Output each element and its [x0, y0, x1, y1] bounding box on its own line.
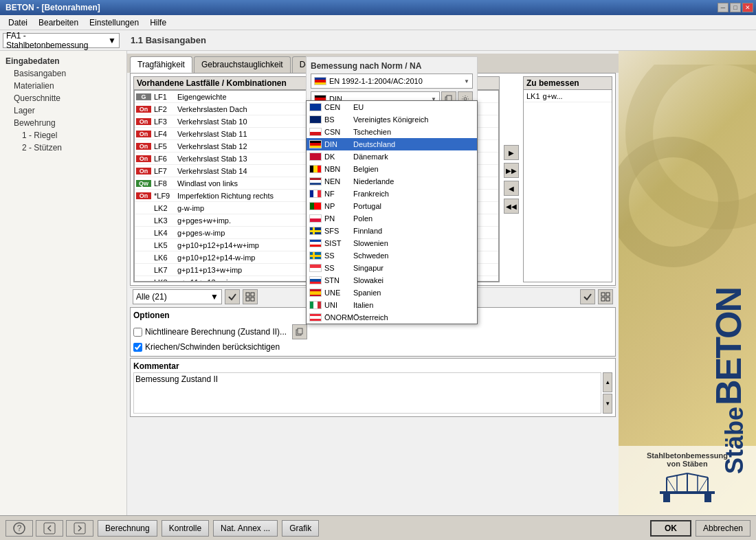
dropdown-item-np[interactable]: NP Portugal	[307, 200, 477, 212]
maximize-button[interactable]: □	[730, 3, 741, 12]
toolbar: FA1 - Stahlbetonbemessung ▼ 1.1 Basisang…	[0, 30, 756, 51]
dropdown-item-une[interactable]: UNE Spanien	[307, 286, 477, 299]
svg-rect-9	[601, 297, 605, 301]
row-name: LK5	[153, 241, 177, 249]
fa-selector[interactable]: FA1 - Stahlbetonbemessung ▼	[3, 33, 120, 48]
minimize-button[interactable]: ─	[718, 3, 729, 12]
sidebar-item-materialien[interactable]: Materialien	[0, 80, 126, 92]
dd-code-csn: CSN	[324, 128, 351, 136]
dd-code-uni: UNI	[324, 301, 351, 309]
menu-datei[interactable]: Datei	[3, 15, 33, 30]
flag-sk	[309, 276, 322, 284]
svg-rect-29	[44, 523, 55, 534]
badge: On	[136, 192, 151, 199]
dropdown-item-ss-sg[interactable]: SS Singapur	[307, 262, 477, 274]
dropdown-item-bs[interactable]: BS Vereinigtes Königreich	[307, 113, 477, 126]
sidebar-item-basisangaben[interactable]: Basisangaben	[0, 67, 126, 80]
dropdown-item-csn[interactable]: CSN Tschechien	[307, 126, 477, 138]
flag-cz	[309, 128, 322, 136]
ok-button[interactable]: OK	[650, 520, 691, 537]
dropdown-item-ss-se[interactable]: SS Schweden	[307, 249, 477, 262]
comment-textarea[interactable]	[133, 372, 601, 414]
creep-checkbox[interactable]	[133, 343, 142, 352]
grid-button[interactable]	[243, 289, 258, 304]
norm-combo[interactable]: EN 1992-1-1:2004/AC:2010 ▼	[311, 74, 473, 89]
dropdown-item-pn[interactable]: PN Polen	[307, 212, 477, 225]
fa-selector-arrow: ▼	[108, 36, 116, 45]
row-name: LF1	[153, 93, 177, 101]
row-name: LF2	[153, 105, 177, 113]
checkbox-row-1: Nichtlineare Berechnung (Zustand II)...	[133, 323, 612, 341]
nonlinear-label: Nichtlineare Berechnung (Zustand II)...	[145, 327, 287, 337]
sidebar-item-querschnitte[interactable]: Querschnitte	[0, 92, 126, 104]
dropdown-item-dk[interactable]: DK Dänemark	[307, 150, 477, 163]
dropdown-item-nf[interactable]: NF Frankreich	[307, 188, 477, 200]
sidebar-item-riegel[interactable]: 1 - Riegel	[0, 129, 126, 142]
dd-code-pn: PN	[324, 214, 351, 223]
arrow-right-button[interactable]: ▶	[504, 145, 519, 160]
section-title: 1.1 Basisangaben	[122, 35, 214, 45]
nat-annex-button[interactable]: Nat. Annex ...	[213, 520, 278, 537]
menu-einstellungen[interactable]: Einstellungen	[84, 15, 144, 30]
back-button[interactable]	[36, 520, 63, 537]
flag-eu	[309, 103, 322, 111]
stabe-text: Stäbe	[720, 407, 749, 474]
right-grid-button[interactable]	[598, 289, 613, 304]
sidebar-item-stutzen[interactable]: 2 - Stützen	[0, 142, 126, 154]
forward-button[interactable]	[66, 520, 93, 537]
nonlinear-settings-btn[interactable]	[292, 324, 307, 339]
checkmark-button[interactable]	[225, 289, 240, 304]
berechnung-button[interactable]: Berechnung	[98, 520, 157, 537]
bottom-combo-label: Alle (21)	[136, 292, 167, 302]
svg-rect-3	[246, 293, 249, 296]
right-table-row-lk1: LK1 g+w...	[524, 90, 612, 102]
norm-dropdown-list: CEN EU BS Vereinigtes Königreich CSN Tsc…	[306, 100, 478, 324]
dropdown-item-cen[interactable]: CEN EU	[307, 101, 477, 113]
badge: G	[136, 93, 151, 100]
svg-rect-30	[74, 523, 85, 534]
dropdown-item-din[interactable]: DIN Deutschland	[307, 138, 477, 150]
svg-text:?: ?	[17, 524, 22, 533]
bottom-combo[interactable]: Alle (21) ▼	[133, 289, 222, 304]
tab-gebrauchstauglichkeit[interactable]: Gebrauchstauglichkeit	[194, 56, 291, 73]
comment-scroll-down[interactable]: ▼	[603, 394, 612, 414]
right-checkmark-button[interactable]	[580, 289, 595, 304]
comment-section: Kommentar ▲ ▼	[130, 358, 616, 417]
dd-name-csn: Tschechien	[353, 128, 474, 136]
table-header-right: Zu bemessen	[524, 77, 612, 90]
abbrechen-button[interactable]: Abbrechen	[696, 520, 751, 537]
checkbox-row-2: Kriechen/Schwinden berücksichtigen	[133, 341, 612, 353]
dd-code-din: DIN	[324, 140, 351, 148]
nonlinear-checkbox[interactable]	[133, 328, 142, 337]
right-table: Zu bemessen LK1 g+w...	[523, 76, 612, 282]
flag-it	[309, 301, 322, 309]
tab-tragfahigkeit[interactable]: Tragfähigkeit	[130, 56, 192, 73]
help-icon-button[interactable]: ?	[5, 520, 33, 537]
close-button[interactable]: ✕	[742, 3, 753, 12]
dd-code-stn: STN	[324, 276, 351, 284]
dd-name-nf: Frankreich	[353, 190, 474, 198]
badge: On	[136, 106, 151, 113]
dropdown-item-nbn[interactable]: NBN Belgien	[307, 163, 477, 175]
dropdown-item-sfs[interactable]: SFS Finnland	[307, 225, 477, 237]
comment-scroll-up[interactable]: ▲	[603, 372, 612, 392]
arrow-left-all-button[interactable]: ◀◀	[504, 199, 519, 214]
menu-bearbeiten[interactable]: Bearbeiten	[33, 15, 84, 30]
grafik-button[interactable]: Grafik	[282, 520, 319, 537]
dropdown-item-uni[interactable]: UNI Italien	[307, 299, 477, 311]
dd-name-bs: Vereinigtes Königreich	[353, 115, 474, 124]
sidebar-item-bewehrung[interactable]: Bewehrung	[0, 117, 126, 129]
arrow-right-all-button[interactable]: ▶▶	[504, 163, 519, 178]
dropdown-item-nen[interactable]: NEN Niederlande	[307, 175, 477, 188]
dropdown-item-stn[interactable]: STN Slowakei	[307, 274, 477, 286]
arrow-left-button[interactable]: ◀	[504, 181, 519, 196]
menu-hilfe[interactable]: Hilfe	[144, 15, 172, 30]
flag-pt	[309, 202, 322, 210]
footer-left: ?	[5, 520, 93, 537]
sidebar-item-lager[interactable]: Lager	[0, 104, 126, 117]
dropdown-item-onorm[interactable]: ÖNORM Österreich	[307, 311, 477, 324]
dropdown-item-sist[interactable]: SIST Slowenien	[307, 237, 477, 249]
svg-rect-4	[251, 293, 254, 296]
dd-name-din: Deutschland	[353, 140, 474, 148]
kontrolle-button[interactable]: Kontrolle	[162, 520, 209, 537]
